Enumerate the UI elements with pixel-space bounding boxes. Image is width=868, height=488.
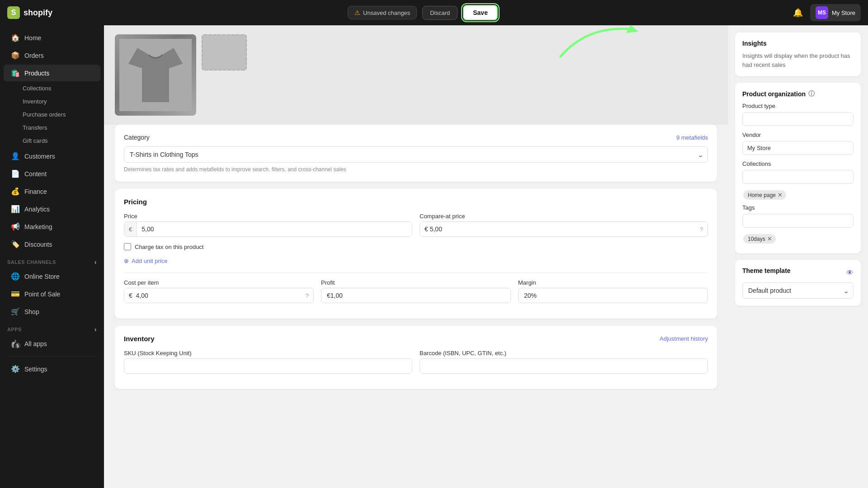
collections-input[interactable] xyxy=(742,170,854,184)
charge-tax-label: Charge tax on this product xyxy=(135,244,203,250)
compare-input-wrapper: ? xyxy=(420,221,708,237)
customers-icon: 👤 xyxy=(11,152,20,160)
sidebar-sub-transfers[interactable]: Transfers xyxy=(4,122,100,134)
theme-header: Theme template 👁 xyxy=(742,267,854,279)
theme-select-wrapper: Default product ⌄ xyxy=(742,282,854,299)
sidebar-item-settings[interactable]: ⚙️ Settings xyxy=(4,361,100,377)
topbar-actions: Discard Save xyxy=(422,5,498,20)
barcode-group: Barcode (ISBN, UPC, GTIN, etc.) xyxy=(420,350,708,374)
cost-help-icon[interactable]: ? xyxy=(301,289,313,303)
home-icon: 🏠 xyxy=(11,33,20,42)
pricing-divider xyxy=(124,272,708,273)
add-unit-button[interactable]: ⊕ Add unit price xyxy=(124,256,168,266)
inventory-title: Inventory xyxy=(124,335,155,343)
metafields-link[interactable]: 9 metafields xyxy=(676,134,708,141)
insights-card: Insights Insights will display when the … xyxy=(735,33,861,76)
notifications-icon[interactable]: 🔔 xyxy=(793,8,803,18)
sidebar-item-shop[interactable]: 🛒 Shop xyxy=(4,303,100,320)
theme-template-title: Theme template xyxy=(742,267,791,274)
charge-tax-checkbox[interactable] xyxy=(124,243,131,250)
store-initials: MS xyxy=(818,9,826,16)
sidebar-item-shop-label: Shop xyxy=(24,308,39,315)
sku-input[interactable] xyxy=(124,358,412,374)
finance-icon: 💰 xyxy=(11,187,20,196)
apps-label: Apps › xyxy=(0,320,104,335)
right-panel: Insights Insights will display when the … xyxy=(728,25,868,488)
adjustment-history-link[interactable]: Adjustment history xyxy=(660,335,708,342)
cost-input[interactable] xyxy=(124,288,301,303)
tag-chip-homepage: Home page ✕ xyxy=(743,190,786,200)
sidebar-sub-collections[interactable]: Collections xyxy=(4,82,100,94)
price-currency: € xyxy=(124,222,137,236)
sidebar-item-marketing-label: Marketing xyxy=(24,223,52,230)
pricing-title: Pricing xyxy=(124,198,708,206)
shop-icon: 🛒 xyxy=(11,307,20,316)
sidebar-sub-inventory[interactable]: Inventory xyxy=(4,95,100,108)
unsaved-badge: ⚠ Unsaved changes xyxy=(348,6,417,19)
sidebar-item-home[interactable]: 🏠 Home xyxy=(4,29,100,46)
tags-label: Tags xyxy=(742,204,854,211)
sidebar-sub-purchase-orders[interactable]: Purchase orders xyxy=(4,108,100,121)
sidebar-item-analytics[interactable]: 📊 Analytics xyxy=(4,201,100,217)
theme-visibility-icon[interactable]: 👁 xyxy=(846,269,854,277)
tag-chip-10days: 10days ✕ xyxy=(743,234,776,244)
sidebar-item-home-label: Home xyxy=(24,34,41,42)
theme-select[interactable]: Default product xyxy=(742,282,854,299)
add-unit-icon: ⊕ xyxy=(124,258,129,264)
product-image-secondary[interactable] xyxy=(202,34,247,70)
sidebar-item-discounts[interactable]: 🏷️ Discounts xyxy=(4,236,100,253)
logo-text: shopify xyxy=(24,8,52,18)
logo[interactable]: S shopify xyxy=(7,6,52,19)
price-input[interactable] xyxy=(137,222,412,236)
sidebar-item-content-label: Content xyxy=(24,170,47,178)
product-org-title: Product organization ⓘ xyxy=(742,90,854,98)
discard-button[interactable]: Discard xyxy=(422,6,458,20)
sidebar-item-content[interactable]: 📄 Content xyxy=(4,165,100,182)
compare-price-input[interactable] xyxy=(420,222,695,236)
sidebar-item-orders[interactable]: 📦 Orders xyxy=(4,47,100,64)
sidebar-sub-gift-cards[interactable]: Gift cards xyxy=(4,135,100,147)
sidebar-item-finance[interactable]: 💰 Finance xyxy=(4,183,100,200)
barcode-input[interactable] xyxy=(420,358,708,374)
product-org-info-icon[interactable]: ⓘ xyxy=(808,90,815,98)
unsaved-label: Unsaved changes xyxy=(363,9,410,16)
category-select[interactable]: T-Shirts in Clothing Tops xyxy=(124,146,708,163)
tag-homepage-remove[interactable]: ✕ xyxy=(778,192,783,198)
vendor-input[interactable] xyxy=(742,141,854,155)
product-type-input[interactable] xyxy=(742,112,854,126)
apps-icon: 🤖 5 xyxy=(11,339,20,348)
sidebar-item-point-of-sale[interactable]: 💳 Point of Sale xyxy=(4,286,100,302)
sidebar-item-marketing[interactable]: 📢 Marketing xyxy=(4,218,100,235)
save-button[interactable]: Save xyxy=(463,5,498,20)
warning-icon: ⚠ xyxy=(354,9,360,16)
margin-input[interactable] xyxy=(518,288,708,303)
logo-icon: S xyxy=(7,6,20,19)
profit-input[interactable] xyxy=(321,288,511,303)
sidebar-item-pos-label: Point of Sale xyxy=(24,291,60,298)
category-select-wrapper: T-Shirts in Clothing Tops ⌄ xyxy=(124,146,708,163)
pricing-row: Price € Compare-at price ? xyxy=(124,213,708,237)
sidebar-item-products-label: Products xyxy=(24,70,49,77)
cost-group: Cost per item ? xyxy=(124,279,314,303)
orders-icon: 📦 xyxy=(11,51,20,60)
compare-help-icon[interactable]: ? xyxy=(695,222,708,236)
sidebar-item-all-apps[interactable]: 🤖 5 All apps xyxy=(4,335,100,352)
product-image[interactable] xyxy=(115,34,196,116)
all-apps-label: All apps xyxy=(24,340,47,347)
margin-group: Margin xyxy=(518,279,708,303)
theme-template-card: Theme template 👁 Default product ⌄ xyxy=(735,260,861,306)
settings-label: Settings xyxy=(24,366,47,373)
main-content: Category 9 metafields T-Shirts in Clothi… xyxy=(104,25,728,488)
content-icon: 📄 xyxy=(11,169,20,178)
profit-label: Profit xyxy=(321,279,511,286)
sidebar-item-products[interactable]: 🛍️ Products xyxy=(4,65,100,81)
sidebar-item-customers[interactable]: 👤 Customers xyxy=(4,148,100,164)
price-input-wrapper: € xyxy=(124,221,412,237)
compare-price-group: Compare-at price ? xyxy=(420,213,708,237)
store-menu[interactable]: MS My Store xyxy=(810,4,861,21)
sidebar-item-finance-label: Finance xyxy=(24,188,47,195)
tags-input[interactable] xyxy=(742,214,854,228)
online-store-icon: 🌐 xyxy=(11,272,20,281)
tag-10days-remove[interactable]: ✕ xyxy=(767,235,772,242)
sidebar-item-online-store[interactable]: 🌐 Online Store xyxy=(4,268,100,285)
